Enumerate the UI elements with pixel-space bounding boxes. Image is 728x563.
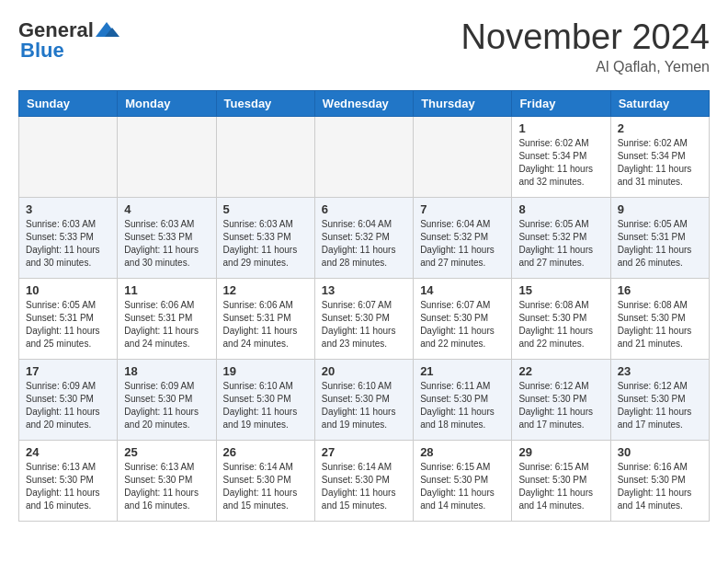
calendar-cell: 20Sunrise: 6:10 AM Sunset: 5:30 PM Dayli… <box>314 359 413 440</box>
calendar-cell: 28Sunrise: 6:15 AM Sunset: 5:30 PM Dayli… <box>414 440 512 521</box>
calendar-week-4: 17Sunrise: 6:09 AM Sunset: 5:30 PM Dayli… <box>19 359 710 440</box>
calendar-cell: 6Sunrise: 6:04 AM Sunset: 5:32 PM Daylig… <box>314 197 413 278</box>
calendar-cell: 30Sunrise: 6:16 AM Sunset: 5:30 PM Dayli… <box>610 440 709 521</box>
day-info: Sunrise: 6:04 AM Sunset: 5:32 PM Dayligh… <box>420 218 505 270</box>
day-number: 14 <box>420 283 505 297</box>
day-number: 9 <box>618 202 702 216</box>
logo-blue-text: Blue <box>20 39 64 62</box>
calendar-header-thursday: Thursday <box>414 90 512 116</box>
day-info: Sunrise: 6:15 AM Sunset: 5:30 PM Dayligh… <box>420 461 505 512</box>
day-info: Sunrise: 6:09 AM Sunset: 5:30 PM Dayligh… <box>124 380 209 431</box>
page: General Blue November 2024 Al Qaflah, Ye… <box>0 0 728 531</box>
day-info: Sunrise: 6:03 AM Sunset: 5:33 PM Dayligh… <box>26 218 110 270</box>
calendar-cell: 8Sunrise: 6:05 AM Sunset: 5:32 PM Daylig… <box>512 197 610 278</box>
calendar-cell: 12Sunrise: 6:06 AM Sunset: 5:31 PM Dayli… <box>216 278 314 359</box>
day-number: 22 <box>518 364 603 378</box>
calendar-cell: 24Sunrise: 6:13 AM Sunset: 5:30 PM Dayli… <box>19 440 118 521</box>
day-info: Sunrise: 6:08 AM Sunset: 5:30 PM Dayligh… <box>618 299 702 350</box>
day-number: 16 <box>618 283 702 297</box>
calendar-cell <box>19 116 118 197</box>
calendar-header-saturday: Saturday <box>610 90 709 116</box>
day-number: 20 <box>322 364 406 378</box>
calendar-cell: 18Sunrise: 6:09 AM Sunset: 5:30 PM Dayli… <box>118 359 216 440</box>
calendar-cell <box>414 116 512 197</box>
calendar-week-5: 24Sunrise: 6:13 AM Sunset: 5:30 PM Dayli… <box>19 440 710 521</box>
day-info: Sunrise: 6:15 AM Sunset: 5:30 PM Dayligh… <box>518 461 603 512</box>
calendar-cell: 19Sunrise: 6:10 AM Sunset: 5:30 PM Dayli… <box>216 359 314 440</box>
day-info: Sunrise: 6:14 AM Sunset: 5:30 PM Dayligh… <box>322 461 406 512</box>
calendar-header-wednesday: Wednesday <box>314 90 413 116</box>
month-title: November 2024 <box>461 18 710 57</box>
day-info: Sunrise: 6:02 AM Sunset: 5:34 PM Dayligh… <box>518 137 603 189</box>
calendar-cell: 17Sunrise: 6:09 AM Sunset: 5:30 PM Dayli… <box>19 359 118 440</box>
day-info: Sunrise: 6:11 AM Sunset: 5:30 PM Dayligh… <box>420 380 505 431</box>
day-info: Sunrise: 6:10 AM Sunset: 5:30 PM Dayligh… <box>322 380 406 431</box>
calendar-cell <box>118 116 216 197</box>
day-number: 29 <box>518 445 603 459</box>
day-number: 17 <box>26 364 110 378</box>
calendar-header-monday: Monday <box>118 90 216 116</box>
logo: General Blue <box>18 18 119 63</box>
day-number: 26 <box>223 445 308 459</box>
day-number: 3 <box>26 202 110 216</box>
day-info: Sunrise: 6:09 AM Sunset: 5:30 PM Dayligh… <box>26 380 110 431</box>
calendar-cell: 22Sunrise: 6:12 AM Sunset: 5:30 PM Dayli… <box>512 359 610 440</box>
day-number: 11 <box>124 283 209 297</box>
calendar-cell: 26Sunrise: 6:14 AM Sunset: 5:30 PM Dayli… <box>216 440 314 521</box>
calendar-cell: 16Sunrise: 6:08 AM Sunset: 5:30 PM Dayli… <box>610 278 709 359</box>
day-info: Sunrise: 6:08 AM Sunset: 5:30 PM Dayligh… <box>518 299 603 350</box>
logo-icon <box>94 20 119 40</box>
day-number: 18 <box>124 364 209 378</box>
calendar-header-friday: Friday <box>512 90 610 116</box>
calendar-cell: 21Sunrise: 6:11 AM Sunset: 5:30 PM Dayli… <box>414 359 512 440</box>
calendar-cell: 14Sunrise: 6:07 AM Sunset: 5:30 PM Dayli… <box>414 278 512 359</box>
calendar-cell: 4Sunrise: 6:03 AM Sunset: 5:33 PM Daylig… <box>118 197 216 278</box>
day-number: 25 <box>124 445 209 459</box>
day-number: 30 <box>618 445 702 459</box>
day-number: 5 <box>223 202 308 216</box>
day-info: Sunrise: 6:05 AM Sunset: 5:31 PM Dayligh… <box>618 218 702 270</box>
day-info: Sunrise: 6:12 AM Sunset: 5:30 PM Dayligh… <box>618 380 702 431</box>
day-number: 24 <box>26 445 110 459</box>
calendar-cell: 15Sunrise: 6:08 AM Sunset: 5:30 PM Dayli… <box>512 278 610 359</box>
day-info: Sunrise: 6:03 AM Sunset: 5:33 PM Dayligh… <box>124 218 209 270</box>
day-number: 12 <box>223 283 308 297</box>
calendar-cell: 13Sunrise: 6:07 AM Sunset: 5:30 PM Dayli… <box>314 278 413 359</box>
calendar-week-1: 1Sunrise: 6:02 AM Sunset: 5:34 PM Daylig… <box>19 116 710 197</box>
calendar-cell: 5Sunrise: 6:03 AM Sunset: 5:33 PM Daylig… <box>216 197 314 278</box>
calendar-header-sunday: Sunday <box>19 90 118 116</box>
calendar-cell: 9Sunrise: 6:05 AM Sunset: 5:31 PM Daylig… <box>610 197 709 278</box>
day-info: Sunrise: 6:05 AM Sunset: 5:32 PM Dayligh… <box>518 218 603 270</box>
calendar-cell: 29Sunrise: 6:15 AM Sunset: 5:30 PM Dayli… <box>512 440 610 521</box>
title-block: November 2024 Al Qaflah, Yemen <box>461 18 710 75</box>
day-number: 2 <box>618 121 702 135</box>
day-info: Sunrise: 6:13 AM Sunset: 5:30 PM Dayligh… <box>124 461 209 512</box>
day-info: Sunrise: 6:02 AM Sunset: 5:34 PM Dayligh… <box>618 137 702 189</box>
day-info: Sunrise: 6:14 AM Sunset: 5:30 PM Dayligh… <box>223 461 308 512</box>
calendar-week-2: 3Sunrise: 6:03 AM Sunset: 5:33 PM Daylig… <box>19 197 710 278</box>
day-number: 19 <box>223 364 308 378</box>
day-info: Sunrise: 6:12 AM Sunset: 5:30 PM Dayligh… <box>518 380 603 431</box>
day-info: Sunrise: 6:16 AM Sunset: 5:30 PM Dayligh… <box>618 461 702 512</box>
calendar-cell: 2Sunrise: 6:02 AM Sunset: 5:34 PM Daylig… <box>610 116 709 197</box>
day-number: 7 <box>420 202 505 216</box>
calendar-cell: 3Sunrise: 6:03 AM Sunset: 5:33 PM Daylig… <box>19 197 118 278</box>
day-info: Sunrise: 6:07 AM Sunset: 5:30 PM Dayligh… <box>322 299 406 350</box>
calendar-cell: 10Sunrise: 6:05 AM Sunset: 5:31 PM Dayli… <box>19 278 118 359</box>
location: Al Qaflah, Yemen <box>461 59 710 75</box>
calendar-cell <box>314 116 413 197</box>
calendar-cell: 25Sunrise: 6:13 AM Sunset: 5:30 PM Dayli… <box>118 440 216 521</box>
day-info: Sunrise: 6:05 AM Sunset: 5:31 PM Dayligh… <box>26 299 110 350</box>
day-number: 1 <box>518 121 603 135</box>
day-info: Sunrise: 6:04 AM Sunset: 5:32 PM Dayligh… <box>322 218 406 270</box>
calendar: SundayMondayTuesdayWednesdayThursdayFrid… <box>18 90 710 522</box>
day-info: Sunrise: 6:06 AM Sunset: 5:31 PM Dayligh… <box>223 299 308 350</box>
calendar-week-3: 10Sunrise: 6:05 AM Sunset: 5:31 PM Dayli… <box>19 278 710 359</box>
day-number: 28 <box>420 445 505 459</box>
calendar-header-row: SundayMondayTuesdayWednesdayThursdayFrid… <box>19 90 710 116</box>
day-number: 13 <box>322 283 406 297</box>
day-number: 6 <box>322 202 406 216</box>
calendar-cell: 1Sunrise: 6:02 AM Sunset: 5:34 PM Daylig… <box>512 116 610 197</box>
day-number: 4 <box>124 202 209 216</box>
day-number: 15 <box>518 283 603 297</box>
